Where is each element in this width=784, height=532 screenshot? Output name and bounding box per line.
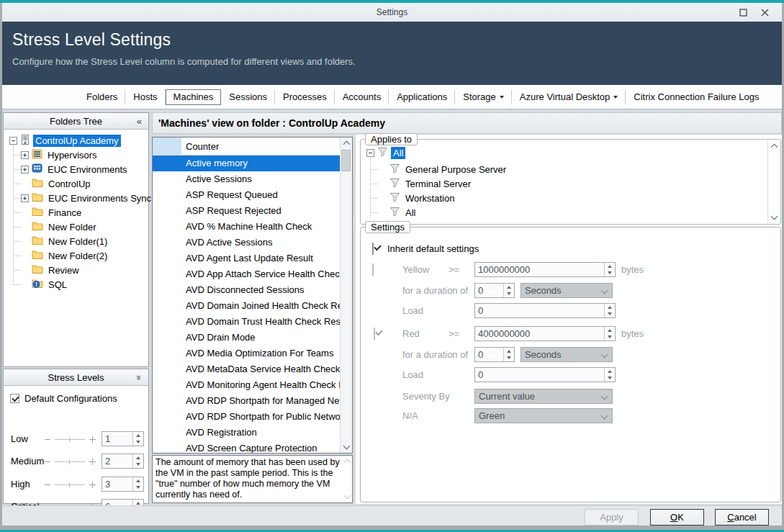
counter-row[interactable]: AVD Registration	[153, 425, 341, 441]
collapse-node-icon[interactable]	[9, 137, 17, 145]
counter-row[interactable]: Active Sessions	[153, 171, 341, 187]
spinner-up-icon[interactable]	[133, 432, 143, 439]
default-configurations-checkbox[interactable]	[10, 394, 19, 403]
tree-item-new-folder-2[interactable]: New Folder(2)	[4, 248, 148, 263]
collapse-left-icon[interactable]: «	[137, 117, 142, 126]
maximize-button[interactable]	[734, 6, 752, 19]
tab-citrix-connection-failure-logs[interactable]: Citrix Connection Failure Logs	[626, 89, 766, 105]
collapse-down-icon[interactable]: »	[135, 374, 144, 379]
tree-item-hypervisors[interactable]: Hypervisors	[4, 148, 148, 162]
yellow-enabled-checkbox[interactable]	[372, 263, 374, 276]
counter-row[interactable]: Active memory	[153, 155, 341, 171]
spinner-down-icon[interactable]	[605, 375, 615, 382]
applies-to-scrollbar[interactable]	[767, 140, 780, 223]
tree-item-controlup[interactable]: ControlUp	[4, 176, 148, 191]
scrollbar-up-icon[interactable]	[768, 140, 780, 152]
ok-button[interactable]: OK	[650, 509, 704, 526]
spinner-up-icon[interactable]	[133, 454, 143, 461]
red-duration-spinner[interactable]: 0	[474, 347, 515, 362]
slider-decrease-icon[interactable]	[45, 484, 50, 485]
close-button[interactable]	[756, 6, 773, 19]
high-slider[interactable]	[45, 479, 96, 490]
slider-track[interactable]	[55, 484, 85, 485]
na-dropdown[interactable]: Green	[474, 408, 613, 423]
tab-sessions[interactable]: Sessions	[221, 89, 275, 105]
tree-item-new-folder-1[interactable]: New Folder(1)	[4, 234, 148, 248]
tree-item-finance[interactable]: Finance	[4, 205, 148, 220]
scrollbar-down-icon[interactable]	[343, 491, 352, 502]
counter-row[interactable]: AVD Active Sessions	[153, 235, 341, 251]
slider-increase-icon[interactable]	[89, 436, 96, 443]
expand-node-icon[interactable]	[21, 151, 29, 159]
tab-folders[interactable]: Folders	[78, 89, 125, 105]
scrollbar-up-icon[interactable]	[341, 137, 352, 149]
counter-row[interactable]: AVD App Attach Service Health Check Resu…	[153, 266, 341, 282]
counter-row[interactable]: AVD RDP Shortpath for Public Networks	[153, 409, 341, 425]
description-scrollbar[interactable]	[343, 456, 352, 502]
applies-item-all-root[interactable]: All	[361, 145, 780, 160]
low-slider[interactable]	[45, 433, 96, 445]
spinner-up-icon[interactable]	[605, 368, 615, 375]
yellow-threshold-spinner[interactable]: 1000000000	[474, 262, 616, 277]
spinner-up-icon[interactable]	[504, 348, 514, 355]
slider-decrease-icon[interactable]	[45, 439, 50, 440]
tree-item-controlup-academy[interactable]: ControlUp Academy	[4, 133, 148, 148]
spinner-up-icon[interactable]	[605, 263, 615, 270]
red-threshold-spinner[interactable]: 4000000000	[474, 326, 616, 341]
spinner-down-icon[interactable]	[133, 484, 143, 492]
spinner-down-icon[interactable]	[504, 291, 514, 298]
inherit-default-settings-checkbox[interactable]	[372, 243, 374, 255]
counter-list-scrollbar[interactable]	[340, 137, 352, 453]
applies-item-terminal-server[interactable]: Terminal Server	[361, 176, 780, 191]
slider-decrease-icon[interactable]	[45, 461, 50, 462]
medium-value-spinner[interactable]: 2	[102, 454, 144, 469]
counter-row[interactable]: AVD Drain Mode	[153, 330, 341, 346]
slider-increase-icon[interactable]	[89, 482, 96, 488]
slider-track[interactable]	[55, 461, 85, 462]
counter-row[interactable]: AVD Disconnected Sessions	[153, 282, 341, 298]
cancel-button[interactable]: Cancel	[715, 509, 769, 526]
counter-row[interactable]: AVD Agent Last Update Result	[153, 251, 341, 266]
counter-row[interactable]: AVD RDP Shortpath for Managed Networks	[153, 393, 341, 409]
yellow-duration-spinner[interactable]: 0	[474, 283, 515, 298]
tree-item-sql[interactable]: SQL	[4, 277, 148, 292]
applies-item-all[interactable]: All	[361, 205, 780, 220]
scrollbar-down-icon[interactable]	[768, 212, 780, 223]
spinner-down-icon[interactable]	[605, 270, 615, 277]
counter-row[interactable]: AVD % Machine Health Check	[153, 219, 341, 235]
severity-by-dropdown[interactable]: Current value	[474, 389, 613, 404]
spinner-down-icon[interactable]	[605, 311, 615, 318]
expand-node-icon[interactable]	[21, 194, 29, 202]
spinner-down-icon[interactable]	[133, 439, 143, 446]
tab-hosts[interactable]: Hosts	[125, 89, 165, 105]
counter-row[interactable]: AVD Domain Joined Health Check Result	[153, 298, 341, 314]
expand-node-icon[interactable]	[21, 166, 29, 173]
medium-slider[interactable]	[45, 456, 96, 467]
tab-processes[interactable]: Processes	[275, 89, 335, 105]
slider-increase-icon[interactable]	[89, 459, 96, 465]
spinner-down-icon[interactable]	[605, 334, 615, 341]
tab-machines[interactable]: Machines	[166, 89, 222, 105]
spinner-up-icon[interactable]	[605, 304, 615, 311]
counter-row[interactable]: AVD Domain Trust Health Check Result	[153, 314, 341, 330]
scrollbar-down-icon[interactable]	[341, 441, 352, 453]
low-value-spinner[interactable]: 1	[102, 431, 144, 446]
tab-azure-virtual-desktop[interactable]: Azure Virtual Desktop	[512, 89, 626, 105]
counter-row[interactable]: AVD Monitoring Agent Health Check Result	[153, 377, 341, 393]
spinner-up-icon[interactable]	[605, 327, 615, 334]
counter-row[interactable]: ASP Request Rejected	[153, 203, 341, 219]
counter-list-header[interactable]: Counter	[153, 137, 352, 155]
yellow-duration-unit-dropdown[interactable]: Seconds	[521, 283, 613, 298]
collapse-node-icon[interactable]	[366, 149, 374, 157]
tab-applications[interactable]: Applications	[389, 89, 455, 105]
tree-item-review[interactable]: Review	[4, 263, 148, 277]
red-duration-unit-dropdown[interactable]: Seconds	[521, 347, 613, 362]
applies-item-workstation[interactable]: Workstation	[361, 191, 780, 205]
tab-accounts[interactable]: Accounts	[335, 89, 389, 105]
red-load-spinner[interactable]: 0	[474, 367, 616, 382]
spinner-down-icon[interactable]	[504, 355, 514, 362]
high-value-spinner[interactable]: 3	[102, 477, 144, 492]
slider-track[interactable]	[55, 439, 85, 440]
scrollbar-up-icon[interactable]	[343, 456, 352, 467]
spinner-up-icon[interactable]	[133, 477, 143, 484]
